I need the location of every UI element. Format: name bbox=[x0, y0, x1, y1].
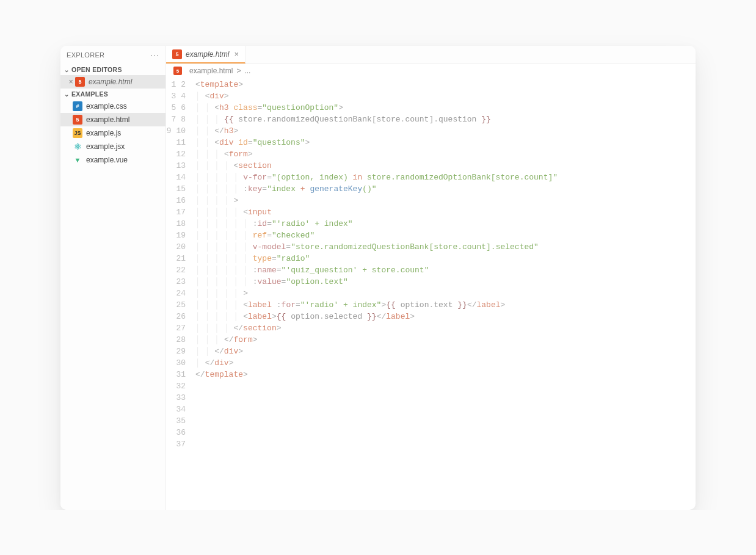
css-icon: # bbox=[73, 101, 82, 111]
tab-example-html[interactable]: 5 example.html × bbox=[166, 46, 245, 63]
file-item-example-jsx[interactable]: ⚛example.jsx bbox=[60, 140, 165, 153]
code-area[interactable]: 1 2 3 4 5 6 7 8 9 10 11 12 13 14 15 16 1… bbox=[166, 78, 696, 510]
html-icon: 5 bbox=[75, 77, 85, 87]
tab-bar: 5 example.html × bbox=[166, 46, 696, 64]
file-item-example-vue[interactable]: ▼example.vue bbox=[60, 153, 165, 167]
more-icon[interactable]: ··· bbox=[150, 50, 159, 60]
file-label: example.html bbox=[86, 115, 129, 124]
file-item-example-css[interactable]: #example.css bbox=[60, 100, 165, 113]
breadcrumb-file: example.html bbox=[189, 67, 233, 75]
html-icon: 5 bbox=[73, 115, 82, 125]
workspace-files: #example.css5example.htmlJSexample.js⚛ex… bbox=[60, 100, 165, 167]
chevron-down-icon: ⌄ bbox=[64, 91, 71, 98]
open-editor-item[interactable]: × 5 example.html bbox=[60, 75, 165, 89]
file-label: example.vue bbox=[86, 156, 128, 164]
code-lines[interactable]: <template> │ <div> │ │ <h3 class="questi… bbox=[195, 79, 696, 510]
jsx-icon: ⚛ bbox=[73, 142, 82, 151]
tab-label: example.html bbox=[186, 50, 229, 59]
line-number-gutter: 1 2 3 4 5 6 7 8 9 10 11 12 13 14 15 16 1… bbox=[166, 79, 195, 510]
editor-pane: 5 example.html × 5 example.html > ... 1 … bbox=[166, 46, 696, 510]
html-icon: 5 bbox=[173, 67, 182, 75]
close-icon[interactable]: × bbox=[67, 78, 75, 86]
file-item-example-js[interactable]: JSexample.js bbox=[60, 126, 165, 140]
file-label: example.css bbox=[86, 102, 127, 111]
editor-window: EXPLORER ··· ⌄ OPEN EDITORS × 5 example.… bbox=[60, 46, 696, 510]
file-item-example-html[interactable]: 5example.html bbox=[60, 113, 165, 126]
open-editor-label: example.html bbox=[89, 78, 132, 86]
breadcrumb-rest: ... bbox=[244, 67, 250, 75]
open-editors-section[interactable]: ⌄ OPEN EDITORS bbox=[60, 64, 165, 75]
open-editors-label: OPEN EDITORS bbox=[71, 66, 122, 73]
sidebar: EXPLORER ··· ⌄ OPEN EDITORS × 5 example.… bbox=[60, 46, 166, 510]
breadcrumb[interactable]: 5 example.html > ... bbox=[166, 64, 696, 78]
close-icon[interactable]: × bbox=[233, 49, 239, 59]
vue-icon: ▼ bbox=[73, 155, 82, 165]
file-label: example.js bbox=[86, 129, 121, 137]
breadcrumb-separator: > bbox=[236, 67, 241, 75]
workspace-label: EXAMPLES bbox=[71, 90, 108, 98]
workspace-section[interactable]: ⌄ EXAMPLES bbox=[60, 89, 165, 100]
sidebar-header: EXPLORER ··· bbox=[60, 46, 165, 64]
file-label: example.jsx bbox=[86, 142, 125, 151]
explorer-title: EXPLORER bbox=[67, 51, 104, 59]
html-icon: 5 bbox=[172, 49, 182, 59]
chevron-down-icon: ⌄ bbox=[64, 67, 71, 73]
js-icon: JS bbox=[73, 128, 82, 138]
